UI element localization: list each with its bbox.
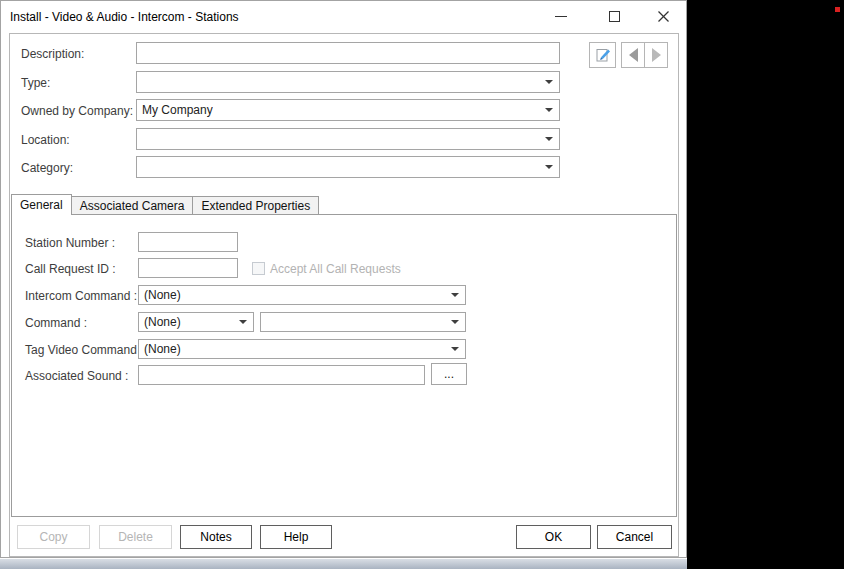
intercom-command-value: (None) bbox=[144, 288, 181, 302]
call-request-id-input[interactable] bbox=[138, 258, 238, 278]
chevron-down-icon bbox=[451, 347, 459, 351]
station-number-label: Station Number : bbox=[25, 236, 115, 250]
minimize-icon bbox=[555, 16, 567, 17]
tag-video-command-label: Tag Video Command : bbox=[25, 343, 144, 357]
owned-by-company-label: Owned by Company: bbox=[21, 104, 133, 118]
chevron-down-icon bbox=[545, 80, 553, 84]
owned-by-company-value: My Company bbox=[142, 103, 213, 117]
call-request-id-label: Call Request ID : bbox=[25, 262, 116, 276]
chevron-down-icon bbox=[545, 108, 553, 112]
station-number-input[interactable] bbox=[138, 232, 238, 252]
description-input[interactable] bbox=[136, 42, 560, 64]
close-icon bbox=[657, 10, 670, 23]
tab-extended-properties[interactable]: Extended Properties bbox=[193, 196, 319, 215]
associated-sound-label: Associated Sound : bbox=[25, 369, 128, 383]
edit-description-button[interactable] bbox=[589, 42, 616, 68]
stations-dialog: Install - Video & Audio - Intercom - Sta… bbox=[0, 0, 687, 558]
command-label: Command : bbox=[25, 316, 87, 330]
arrow-right-icon bbox=[652, 48, 661, 62]
command-secondary-combobox[interactable] bbox=[260, 312, 466, 332]
browse-sound-button[interactable]: ... bbox=[431, 363, 467, 385]
intercom-command-combobox[interactable]: (None) bbox=[138, 285, 466, 305]
copy-button[interactable]: Copy bbox=[17, 525, 90, 549]
ok-button[interactable]: OK bbox=[516, 525, 591, 549]
cancel-button[interactable]: Cancel bbox=[597, 525, 672, 549]
delete-button[interactable]: Delete bbox=[99, 525, 172, 549]
command-value: (None) bbox=[144, 315, 181, 329]
close-button[interactable] bbox=[646, 2, 680, 31]
tab-associated-camera[interactable]: Associated Camera bbox=[72, 196, 194, 215]
category-combobox[interactable] bbox=[136, 156, 560, 178]
location-combobox[interactable] bbox=[136, 128, 560, 150]
previous-record-button[interactable] bbox=[622, 43, 644, 67]
chevron-down-icon bbox=[451, 293, 459, 297]
chevron-down-icon bbox=[451, 320, 459, 324]
arrow-left-icon bbox=[629, 48, 638, 62]
type-combobox[interactable] bbox=[136, 71, 560, 93]
chevron-down-icon bbox=[239, 320, 247, 324]
maximize-button[interactable] bbox=[597, 2, 631, 31]
category-label: Category: bbox=[21, 161, 73, 175]
chevron-down-icon bbox=[545, 137, 553, 141]
recording-indicator-dot bbox=[835, 7, 840, 12]
accept-all-call-requests-checkbox[interactable] bbox=[252, 262, 265, 275]
tag-video-command-value: (None) bbox=[144, 342, 181, 356]
window-title: Install - Video & Audio - Intercom - Sta… bbox=[10, 10, 239, 24]
tab-strip: General Associated Camera Extended Prope… bbox=[11, 194, 319, 215]
chevron-down-icon bbox=[545, 165, 553, 169]
tab-general[interactable]: General bbox=[11, 194, 72, 215]
next-record-button[interactable] bbox=[644, 43, 667, 67]
owned-by-company-combobox[interactable]: My Company bbox=[136, 99, 560, 121]
description-label: Description: bbox=[21, 47, 84, 61]
type-label: Type: bbox=[21, 76, 50, 90]
edit-pencil-icon bbox=[594, 46, 612, 64]
tag-video-command-combobox[interactable]: (None) bbox=[138, 339, 466, 359]
record-nav-group bbox=[621, 42, 668, 68]
command-combobox[interactable]: (None) bbox=[138, 312, 254, 332]
intercom-command-label: Intercom Command : bbox=[25, 289, 137, 303]
screen: Install - Video & Audio - Intercom - Sta… bbox=[0, 0, 844, 569]
minimize-button[interactable] bbox=[544, 2, 578, 31]
notes-button[interactable]: Notes bbox=[180, 525, 252, 549]
location-label: Location: bbox=[21, 133, 70, 147]
help-button[interactable]: Help bbox=[260, 525, 332, 549]
maximize-icon bbox=[609, 11, 620, 22]
associated-sound-input[interactable] bbox=[138, 365, 425, 385]
accept-all-call-requests-label: Accept All Call Requests bbox=[270, 262, 401, 276]
taskbar-strip bbox=[0, 559, 687, 569]
